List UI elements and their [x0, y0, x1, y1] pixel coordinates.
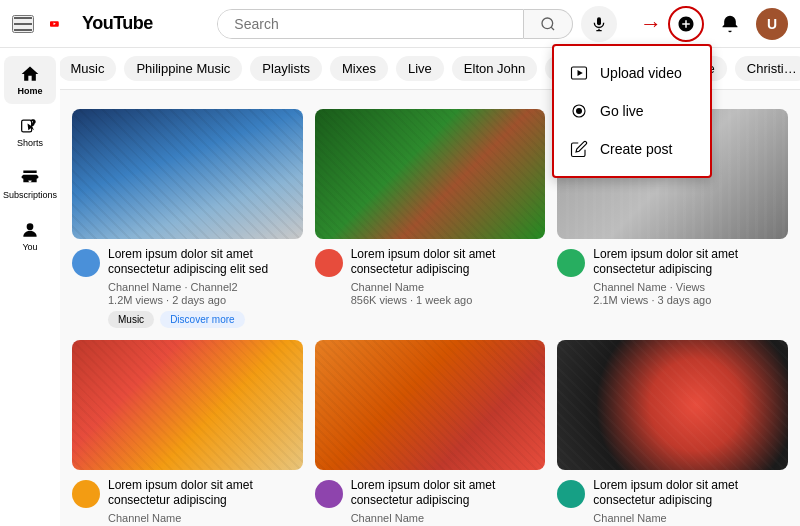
video-meta-6: Lorem ipsum dolor sit amet consectetur a… [593, 478, 788, 526]
create-icon [677, 15, 695, 33]
chip-music[interactable]: Music [58, 56, 116, 81]
video-meta-3: Lorem ipsum dolor sit amet consectetur a… [593, 247, 788, 306]
dropdown-upload-video[interactable]: Upload video [554, 54, 710, 92]
search-button[interactable] [524, 9, 573, 39]
search-bar [217, 6, 617, 42]
video-channel-3: Channel Name · Views [593, 281, 788, 293]
sidebar-home-label: Home [17, 86, 42, 96]
search-input[interactable] [218, 10, 523, 38]
thumbnail-2 [315, 109, 546, 239]
video-title-6: Lorem ipsum dolor sit amet consectetur a… [593, 478, 788, 509]
go-live-label: Go live [600, 103, 644, 119]
sidebar-item-shorts[interactable]: Shorts [4, 108, 56, 156]
video-info-1: Lorem ipsum dolor sit amet consectetur a… [72, 247, 303, 328]
thumbnail-1 [72, 109, 303, 239]
youtube-logo-icon [50, 14, 78, 34]
logo[interactable]: YouTube [50, 13, 153, 34]
sidebar: Home Shorts Subscriptions You [0, 48, 60, 526]
chip-philippine-music[interactable]: Philippine Music [124, 56, 242, 81]
channel-avatar-5 [315, 480, 343, 508]
video-info-6: Lorem ipsum dolor sit amet consectetur a… [557, 478, 788, 526]
video-stats-2: 856K views · 1 week ago [351, 294, 546, 306]
sidebar-you-label: You [22, 242, 37, 252]
video-card-5[interactable]: Lorem ipsum dolor sit amet consectetur a… [315, 340, 546, 526]
channel-avatar-2 [315, 249, 343, 277]
svg-rect-2 [597, 17, 601, 25]
channel-avatar-6 [557, 480, 585, 508]
video-meta-5: Lorem ipsum dolor sit amet consectetur a… [351, 478, 546, 526]
search-icon [540, 16, 556, 32]
upload-video-icon [570, 64, 588, 82]
video-title-3: Lorem ipsum dolor sit amet consectetur a… [593, 247, 788, 278]
create-post-label: Create post [600, 141, 672, 157]
chip-elton-john[interactable]: Elton John [452, 56, 537, 81]
video-meta-2: Lorem ipsum dolor sit amet consectetur a… [351, 247, 546, 306]
you-icon [20, 220, 40, 240]
dropdown-go-live[interactable]: Go live [554, 92, 710, 130]
chip-playlists[interactable]: Playlists [250, 56, 322, 81]
video-meta-4: Lorem ipsum dolor sit amet consectetur a… [108, 478, 303, 526]
sidebar-subscriptions-label: Subscriptions [3, 190, 57, 200]
video-card-6[interactable]: Lorem ipsum dolor sit amet consectetur a… [557, 340, 788, 526]
svg-line-1 [551, 27, 554, 30]
sidebar-shorts-label: Shorts [17, 138, 43, 148]
header: YouTube → [0, 0, 800, 48]
header-right: → U [668, 6, 788, 42]
chip-live[interactable]: Live [396, 56, 444, 81]
video-stats-3: 2.1M views · 3 days ago [593, 294, 788, 306]
video-title-4: Lorem ipsum dolor sit amet consectetur a… [108, 478, 303, 509]
video-channel-1: Channel Name · Channel2 [108, 281, 303, 293]
chip-mixes[interactable]: Mixes [330, 56, 388, 81]
video-channel-5: Channel Name [351, 512, 546, 524]
video-channel-4: Channel Name [108, 512, 303, 524]
video-info-4: Lorem ipsum dolor sit amet consectetur a… [72, 478, 303, 526]
channel-avatar-3 [557, 249, 585, 277]
tag-btn-music[interactable]: Music [108, 311, 154, 328]
video-card-2[interactable]: Lorem ipsum dolor sit amet consectetur a… [315, 109, 546, 328]
create-post-icon [570, 140, 588, 158]
video-title-5: Lorem ipsum dolor sit amet consectetur a… [351, 478, 546, 509]
sidebar-item-home[interactable]: Home [4, 56, 56, 104]
shorts-icon [20, 116, 40, 136]
video-title-1: Lorem ipsum dolor sit amet consectetur a… [108, 247, 303, 278]
tag-btn-discover[interactable]: Discover more [160, 311, 244, 328]
video-channel-6: Channel Name [593, 512, 788, 524]
create-button[interactable] [668, 6, 704, 42]
upload-video-label: Upload video [600, 65, 682, 81]
hamburger-menu-button[interactable] [12, 15, 34, 33]
thumbnail-5 [315, 340, 546, 470]
video-info-2: Lorem ipsum dolor sit amet consectetur a… [315, 247, 546, 306]
tag-buttons-1: Music Discover more [108, 311, 303, 328]
video-info-3: Lorem ipsum dolor sit amet consectetur a… [557, 247, 788, 306]
bell-icon [720, 14, 740, 34]
video-title-2: Lorem ipsum dolor sit amet consectetur a… [351, 247, 546, 278]
video-card-4[interactable]: Lorem ipsum dolor sit amet consectetur a… [72, 340, 303, 526]
avatar[interactable]: U [756, 8, 788, 40]
dropdown-create-post[interactable]: Create post [554, 130, 710, 168]
sidebar-item-subscriptions[interactable]: Subscriptions [4, 160, 56, 208]
channel-avatar-1 [72, 249, 100, 277]
svg-marker-4 [578, 70, 583, 76]
create-dropdown: Upload video Go live Create post [552, 44, 712, 178]
notifications-button[interactable] [712, 6, 748, 42]
home-icon [20, 64, 40, 84]
subscriptions-icon [20, 168, 40, 188]
mic-button[interactable] [581, 6, 617, 42]
svg-point-8 [27, 223, 34, 230]
video-stats-1: 1.2M views · 2 days ago [108, 294, 303, 306]
channel-avatar-4 [72, 480, 100, 508]
video-meta-1: Lorem ipsum dolor sit amet consectetur a… [108, 247, 303, 328]
thumbnail-4 [72, 340, 303, 470]
video-channel-2: Channel Name [351, 281, 546, 293]
thumbnail-6 [557, 340, 788, 470]
go-live-icon [570, 102, 588, 120]
video-card-1[interactable]: Lorem ipsum dolor sit amet consectetur a… [72, 109, 303, 328]
svg-point-0 [542, 18, 553, 29]
mic-icon [591, 16, 607, 32]
search-input-wrap [217, 9, 524, 39]
chip-christi[interactable]: Christi… [735, 56, 800, 81]
arrow-indicator: → [640, 11, 662, 37]
video-info-5: Lorem ipsum dolor sit amet consectetur a… [315, 478, 546, 526]
svg-point-5 [576, 108, 582, 114]
sidebar-item-you[interactable]: You [4, 212, 56, 260]
